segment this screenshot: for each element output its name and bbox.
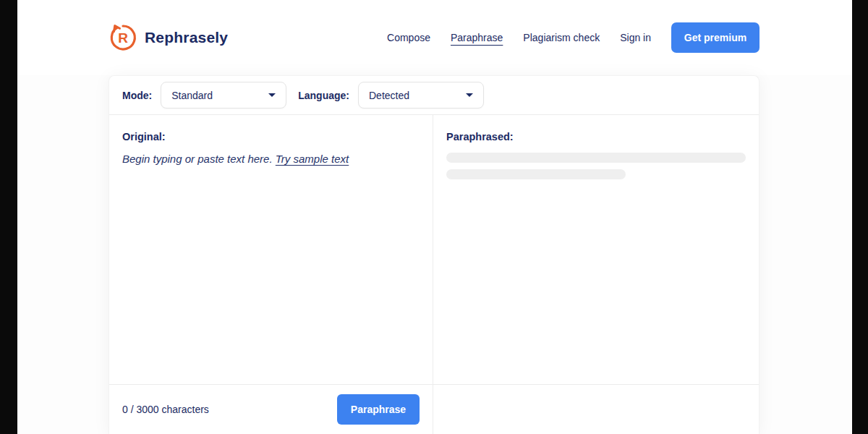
language-label: Language: xyxy=(298,90,349,101)
mode-label: Mode: xyxy=(122,90,152,101)
brand-logo[interactable]: R Rephrasely xyxy=(109,23,228,52)
chevron-down-icon xyxy=(268,93,276,97)
editor-panels: Original: Begin typing or paste text her… xyxy=(109,115,759,434)
mode-select-value: Standard xyxy=(171,90,213,101)
header: R Rephrasely Compose Paraphrase Plagiari… xyxy=(17,0,852,75)
output-footer xyxy=(433,384,759,434)
character-counter: 0 / 3000 characters xyxy=(122,404,209,415)
language-select-value: Detected xyxy=(369,90,409,101)
letterbox-right xyxy=(852,0,868,434)
options-toolbar: Mode: Standard Language: Detected xyxy=(109,76,759,115)
letterbox-left xyxy=(0,0,17,434)
skeleton-bar xyxy=(446,153,746,163)
svg-text:R: R xyxy=(118,30,128,46)
paraphrase-button[interactable]: Paraphrase xyxy=(337,394,420,425)
paraphrased-heading: Paraphrased: xyxy=(446,131,746,142)
app-viewport: R Rephrasely Compose Paraphrase Plagiari… xyxy=(0,0,868,434)
nav-item-plagiarism-check[interactable]: Plagiarism check xyxy=(523,32,600,43)
try-sample-text-link[interactable]: Try sample text xyxy=(276,153,349,165)
language-select[interactable]: Detected xyxy=(358,82,484,109)
original-heading: Original: xyxy=(122,131,420,142)
paraphraser-card: Mode: Standard Language: Detected Origin… xyxy=(109,75,760,434)
editor-placeholder: Begin typing or paste text here. Try sam… xyxy=(122,153,420,165)
paraphrased-panel: Paraphrased: xyxy=(433,115,759,434)
get-premium-button[interactable]: Get premium xyxy=(671,22,760,53)
nav-item-sign-in[interactable]: Sign in xyxy=(620,32,651,43)
nav-item-paraphrase[interactable]: Paraphrase xyxy=(451,32,503,43)
main-nav: Compose Paraphrase Plagiarism check Sign… xyxy=(387,22,760,53)
nav-item-compose[interactable]: Compose xyxy=(387,32,430,43)
brand-name: Rephrasely xyxy=(145,29,228,46)
original-text-area[interactable]: Original: Begin typing or paste text her… xyxy=(109,115,433,384)
original-panel: Original: Begin typing or paste text her… xyxy=(109,115,433,434)
skeleton-bar xyxy=(446,169,626,179)
refresh-r-logo-icon: R xyxy=(109,23,137,52)
editor-footer: 0 / 3000 characters Paraphrase xyxy=(109,384,433,434)
chevron-down-icon xyxy=(466,93,473,97)
mode-select[interactable]: Standard xyxy=(161,82,286,109)
